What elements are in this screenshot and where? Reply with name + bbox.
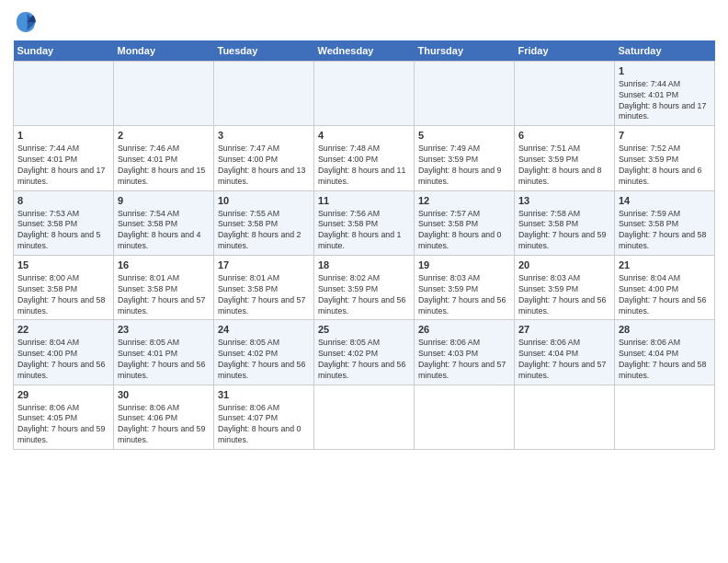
week-row-3: 8Sunrise: 7:53 AMSunset: 3:58 PMDaylight…	[14, 190, 715, 255]
daylight: Daylight: 7 hours and 56 minutes.	[418, 295, 506, 316]
daylight: Daylight: 8 hours and 8 minutes.	[518, 166, 601, 186]
day-cell: 29Sunrise: 8:06 AMSunset: 4:05 PMDayligh…	[14, 385, 114, 449]
day-cell: 1Sunrise: 7:44 AMSunset: 4:01 PMDaylight…	[615, 62, 715, 126]
daylight: Daylight: 8 hours and 2 minutes.	[218, 230, 301, 250]
sunset: Sunset: 4:00 PM	[218, 155, 278, 164]
day-cell	[515, 62, 615, 126]
day-cell: 22Sunrise: 8:04 AMSunset: 4:00 PMDayligh…	[14, 320, 114, 385]
sunrise: Sunrise: 7:58 AM	[518, 209, 580, 218]
day-number: 11	[318, 194, 410, 208]
day-cell: 13Sunrise: 7:58 AMSunset: 3:58 PMDayligh…	[515, 190, 615, 255]
calendar-container: SundayMondayTuesdayWednesdayThursdayFrid…	[0, 0, 728, 563]
sunset: Sunset: 4:07 PM	[218, 413, 278, 422]
day-cell: 10Sunrise: 7:55 AMSunset: 3:58 PMDayligh…	[214, 190, 314, 255]
sunrise: Sunrise: 8:03 AM	[418, 273, 480, 282]
daylight: Daylight: 8 hours and 6 minutes.	[619, 166, 701, 186]
day-number: 10	[218, 194, 310, 208]
day-number: 31	[218, 388, 310, 402]
day-cell: 2Sunrise: 7:46 AMSunset: 4:01 PMDaylight…	[114, 126, 214, 190]
sunrise: Sunrise: 8:06 AM	[218, 403, 279, 412]
sunrise: Sunrise: 7:57 AM	[418, 209, 480, 218]
sunset: Sunset: 4:02 PM	[218, 349, 278, 358]
day-cell: 21Sunrise: 8:04 AMSunset: 4:00 PMDayligh…	[615, 256, 715, 320]
day-cell: 31Sunrise: 8:06 AMSunset: 4:07 PMDayligh…	[214, 385, 314, 449]
col-header-monday: Monday	[114, 40, 214, 62]
sunset: Sunset: 3:58 PM	[17, 219, 77, 228]
daylight: Daylight: 8 hours and 17 minutes.	[619, 101, 706, 121]
col-header-thursday: Thursday	[415, 40, 515, 62]
header	[13, 9, 715, 35]
sunset: Sunset: 4:02 PM	[318, 349, 378, 358]
sunset: Sunset: 3:59 PM	[619, 155, 678, 164]
sunrise: Sunrise: 8:02 AM	[318, 273, 380, 282]
daylight: Daylight: 8 hours and 17 minutes.	[17, 166, 105, 186]
sunset: Sunset: 3:58 PM	[218, 284, 278, 293]
sunset: Sunset: 3:58 PM	[218, 219, 278, 228]
day-cell: 15Sunrise: 8:00 AMSunset: 3:58 PMDayligh…	[14, 256, 114, 320]
sunset: Sunset: 3:58 PM	[518, 219, 578, 228]
sunrise: Sunrise: 7:48 AM	[318, 144, 380, 153]
sunset: Sunset: 3:59 PM	[418, 284, 478, 293]
day-cell: 16Sunrise: 8:01 AMSunset: 3:58 PMDayligh…	[114, 256, 214, 320]
daylight: Daylight: 7 hours and 56 minutes.	[619, 295, 706, 316]
day-cell: 24Sunrise: 8:05 AMSunset: 4:02 PMDayligh…	[214, 320, 314, 385]
day-cell: 6Sunrise: 7:51 AMSunset: 3:59 PMDaylight…	[515, 126, 615, 190]
day-number: 23	[118, 323, 210, 337]
day-number: 16	[118, 259, 210, 272]
day-number: 17	[218, 259, 310, 272]
logo-icon	[13, 9, 39, 35]
daylight: Daylight: 8 hours and 9 minutes.	[418, 166, 501, 186]
daylight: Daylight: 8 hours and 0 minutes.	[218, 424, 301, 444]
sunrise: Sunrise: 8:01 AM	[118, 273, 179, 282]
day-number: 3	[218, 129, 310, 143]
sunset: Sunset: 3:59 PM	[318, 284, 378, 293]
day-cell	[114, 62, 214, 126]
day-cell	[415, 62, 515, 126]
col-header-tuesday: Tuesday	[214, 40, 314, 62]
sunrise: Sunrise: 8:04 AM	[619, 273, 680, 282]
day-cell: 5Sunrise: 7:49 AMSunset: 3:59 PMDaylight…	[415, 126, 515, 190]
sunrise: Sunrise: 7:53 AM	[17, 209, 79, 218]
day-number: 8	[17, 194, 109, 208]
day-number: 2	[118, 129, 210, 143]
day-number: 4	[318, 129, 410, 143]
sunrise: Sunrise: 7:49 AM	[418, 144, 480, 153]
day-number: 19	[418, 259, 510, 272]
day-cell: 4Sunrise: 7:48 AMSunset: 4:00 PMDaylight…	[314, 126, 415, 190]
daylight: Daylight: 8 hours and 1 minute.	[318, 230, 401, 250]
sunset: Sunset: 3:58 PM	[118, 219, 177, 228]
sunrise: Sunrise: 7:59 AM	[619, 209, 680, 218]
day-cell	[415, 385, 515, 449]
day-cell: 18Sunrise: 8:02 AMSunset: 3:59 PMDayligh…	[314, 256, 415, 320]
day-cell: 1Sunrise: 7:44 AMSunset: 4:01 PMDaylight…	[14, 126, 114, 190]
sunrise: Sunrise: 7:46 AM	[118, 144, 179, 153]
sunrise: Sunrise: 7:51 AM	[518, 144, 580, 153]
sunrise: Sunrise: 7:44 AM	[17, 144, 79, 153]
day-number: 21	[619, 259, 711, 272]
sunrise: Sunrise: 8:06 AM	[17, 403, 79, 412]
sunrise: Sunrise: 8:01 AM	[218, 273, 279, 282]
daylight: Daylight: 7 hours and 56 minutes.	[218, 360, 305, 380]
sunset: Sunset: 4:01 PM	[118, 155, 177, 164]
daylight: Daylight: 7 hours and 56 minutes.	[318, 360, 405, 380]
sunrise: Sunrise: 8:06 AM	[418, 338, 480, 347]
sunset: Sunset: 3:59 PM	[518, 284, 578, 293]
sunset: Sunset: 3:58 PM	[17, 284, 77, 293]
sunrise: Sunrise: 7:52 AM	[619, 144, 680, 153]
daylight: Daylight: 7 hours and 58 minutes.	[17, 295, 105, 316]
daylight: Daylight: 7 hours and 57 minutes.	[218, 295, 305, 316]
daylight: Daylight: 8 hours and 0 minutes.	[418, 230, 501, 250]
header-row: SundayMondayTuesdayWednesdayThursdayFrid…	[14, 40, 715, 62]
day-cell	[14, 62, 114, 126]
sunset: Sunset: 4:01 PM	[118, 349, 177, 358]
sunrise: Sunrise: 8:06 AM	[118, 403, 179, 412]
sunset: Sunset: 4:01 PM	[619, 90, 678, 99]
daylight: Daylight: 8 hours and 5 minutes.	[17, 230, 100, 250]
day-number: 7	[619, 129, 711, 143]
daylight: Daylight: 7 hours and 59 minutes.	[17, 424, 105, 444]
day-number: 24	[218, 323, 310, 337]
day-cell: 3Sunrise: 7:47 AMSunset: 4:00 PMDaylight…	[214, 126, 314, 190]
sunset: Sunset: 3:58 PM	[619, 219, 678, 228]
day-number: 20	[518, 259, 610, 272]
day-cell	[515, 385, 615, 449]
